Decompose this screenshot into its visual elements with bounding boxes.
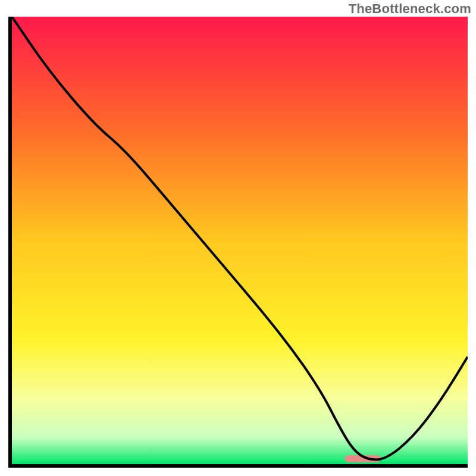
- chart-background: [12, 17, 468, 464]
- watermark-text: TheBottleneck.com: [349, 1, 471, 17]
- bottleneck-chart: [12, 17, 468, 464]
